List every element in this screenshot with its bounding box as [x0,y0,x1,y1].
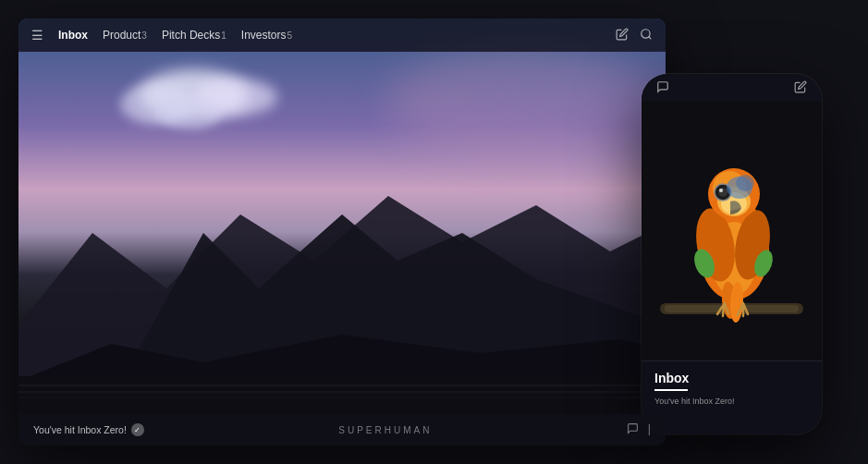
phone-bottom-bar: Inbox You've hit Inbox Zero! [642,360,822,434]
phone-inbox-zero-text: You've hit Inbox Zero! [654,397,734,406]
svg-point-24 [719,189,723,192]
phone-edit-icon[interactable] [794,80,807,96]
nav-right-actions [616,28,653,43]
search-icon[interactable] [640,28,653,43]
parrot-image [642,102,822,360]
nav-item-product[interactable]: Product3 [103,29,147,42]
svg-point-7 [642,29,650,37]
phone-mockup: Inbox You've hit Inbox Zero! [642,74,822,434]
bottom-bar: You've hit Inbox Zero! ✓ SUPERHUMAN | [18,414,666,446]
nav-item-inbox[interactable]: Inbox [58,29,88,42]
svg-point-27 [736,175,754,191]
nav-badge-investors: 5 [287,31,293,41]
phone-inbox-label: Inbox [654,371,689,385]
inbox-zero-text: You've hit Inbox Zero! [33,424,127,435]
nav-badge-pitchdecks: 1 [221,31,226,41]
nav-item-investors[interactable]: Investors5 [241,29,292,42]
brand-label: SUPERHUMAN [338,425,432,435]
desktop-window: ☰ Inbox Product3 Pitch Decks1 Investors5 [18,18,666,446]
compose-icon[interactable] [627,422,639,437]
nav-item-pitchdecks[interactable]: Pitch Decks1 [162,29,226,42]
phone-chat-icon[interactable] [656,80,669,96]
bottom-right-icons: | [627,422,651,437]
nav-label-investors: Investors [241,29,287,42]
svg-point-23 [718,188,727,197]
mountain-svg [18,140,666,418]
edit-icon[interactable] [616,28,629,43]
inbox-zero-message: You've hit Inbox Zero! ✓ [33,423,144,436]
clouds-area [120,69,287,153]
menu-icon[interactable]: ☰ [31,28,43,43]
nav-label-pitchdecks: Pitch Decks [162,29,220,42]
hero-image [18,18,666,446]
phone-status-bar [642,74,822,102]
more-icon[interactable]: | [648,422,651,437]
parrot-svg [642,102,822,360]
nav-bar: ☰ Inbox Product3 Pitch Decks1 Investors5 [18,18,666,52]
sky-accent [388,46,666,157]
check-circle-icon: ✓ [131,423,144,436]
nav-label-product: Product [103,29,141,42]
nav-badge-product: 3 [141,31,147,41]
phone-inbox-underline [654,389,688,391]
